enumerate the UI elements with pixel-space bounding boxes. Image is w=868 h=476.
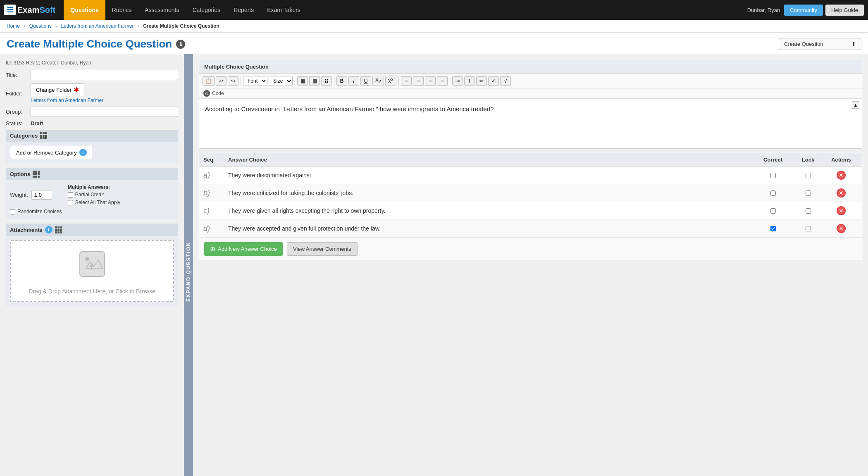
drop-zone[interactable]: Drag & Drop Attachment Here, or Click to…	[10, 240, 174, 302]
title-input[interactable]	[31, 70, 178, 80]
font-select[interactable]: Font	[243, 76, 267, 86]
breadcrumb-home[interactable]: Home	[7, 23, 20, 29]
size-select[interactable]: Size	[269, 76, 293, 86]
remove-btn-b[interactable]: ✕	[837, 188, 846, 198]
toolbar-table2-btn[interactable]: ▤	[309, 76, 320, 86]
add-remove-category-button[interactable]: Add or Remove Category i	[10, 146, 93, 159]
folder-area: Change Folder ✱ Letters from an American…	[31, 83, 103, 103]
toolbar-underline-btn[interactable]: U	[360, 76, 371, 86]
page-title: Create Multiple Choice Question	[7, 38, 172, 50]
nav-exam-takers[interactable]: Exam Takers	[260, 0, 307, 20]
toolbar-sep-5	[450, 76, 450, 86]
remove-btn-c[interactable]: ✕	[837, 206, 846, 215]
page-header: Create Multiple Choice Question ℹ Create…	[0, 33, 868, 54]
toolbar-copy-btn[interactable]: 📋	[203, 76, 215, 86]
multiple-answers-area: Multiple Answers: Partial Credit Select …	[68, 184, 120, 205]
nav-reports[interactable]: Reports	[227, 0, 260, 20]
weight-input[interactable]	[31, 190, 52, 200]
correct-checkbox-d[interactable]	[770, 226, 776, 231]
toolbar-ul-btn[interactable]: ≡	[401, 76, 412, 86]
toolbar-indent-btn[interactable]: ⇥	[452, 76, 463, 86]
seq-a: a)	[203, 171, 228, 180]
change-folder-button[interactable]: Change Folder ✱	[31, 83, 84, 96]
code-icon: ⊙	[203, 90, 210, 97]
partial-credit-checkbox[interactable]	[68, 192, 73, 198]
col-answer: Answer Choice	[228, 157, 754, 163]
community-button[interactable]: Community	[784, 5, 823, 16]
toolbar-check-btn[interactable]: ✓	[488, 76, 499, 86]
toolbar-sup-btn[interactable]: X2	[385, 76, 397, 86]
correct-checkbox-c[interactable]	[770, 208, 776, 214]
nav-rubrics[interactable]: Rubrics	[105, 0, 138, 20]
select-all-row[interactable]: Select All That Apply	[68, 200, 120, 205]
remove-btn-a[interactable]: ✕	[837, 171, 846, 180]
editor-scroll-btn[interactable]: ▲	[852, 101, 859, 109]
logo-box: ☰	[4, 5, 16, 15]
toolbar-omega-btn[interactable]: Ω	[321, 76, 332, 86]
answer-table-header: Seq Answer Choice Correct Lock Actions	[199, 153, 862, 167]
toolbar-sub-btn[interactable]: X2	[372, 76, 384, 86]
actions-b: ✕	[825, 188, 858, 198]
toolbar-sep-4	[398, 76, 399, 86]
answer-row-b: b) They were criticized for taking the c…	[199, 184, 862, 202]
nav-user: Dunbar, Ryan	[747, 7, 780, 13]
lock-checkbox-c[interactable]	[806, 208, 811, 214]
lock-checkbox-d[interactable]	[806, 226, 811, 231]
nav-categories[interactable]: Categories	[186, 0, 227, 20]
breadcrumb-folder[interactable]: Letters from an American Farmer	[61, 23, 134, 29]
answer-footer: ⊕ Add New Answer Choice View Answer Comm…	[199, 238, 862, 260]
toolbar-center-btn[interactable]: ≡	[425, 76, 436, 86]
toolbar-table-btn[interactable]: ▦	[297, 76, 308, 86]
expand-tab[interactable]: EXPAND QUESTION	[184, 54, 193, 476]
drop-text: Drag & Drop Attachment Here, or Click to…	[29, 288, 155, 295]
help-guide-button[interactable]: Help Guide	[825, 5, 864, 16]
create-question-dropdown[interactable]: Create Question ⬆	[779, 38, 861, 50]
attachments-grid-icon	[55, 226, 62, 233]
status-value: Draft	[31, 120, 43, 126]
col-seq: Seq	[203, 157, 228, 163]
title-label: Title:	[6, 72, 31, 78]
remove-btn-d[interactable]: ✕	[837, 224, 846, 233]
group-input[interactable]	[31, 107, 178, 117]
drop-zone-icon	[76, 248, 109, 286]
toolbar-left-btn[interactable]: ≡	[413, 76, 424, 86]
checkbox-group: Partial Credit Select All That Apply	[68, 192, 120, 205]
toolbar-right-btn[interactable]: ≡	[437, 76, 448, 86]
correct-checkbox-a[interactable]	[770, 173, 776, 178]
nav-assessments[interactable]: Assessments	[138, 0, 186, 20]
toolbar-italic-btn[interactable]: I	[348, 76, 359, 86]
editor-toolbar: 📋 ↩ ↪ Font Size ▦ ▤ Ω B I U X2 X2	[199, 74, 862, 88]
toolbar-erase-btn[interactable]: ✏	[476, 76, 487, 86]
dropdown-arrow-icon: ⬆	[851, 41, 856, 47]
main-layout: ID: 3153 Rev 2; Creator: Dunbar, Ryan Ti…	[0, 54, 868, 476]
seq-b: b)	[203, 189, 228, 198]
randomize-checkbox[interactable]	[10, 209, 15, 214]
toolbar-bold-btn[interactable]: B	[336, 76, 347, 86]
toolbar-color-btn[interactable]: T	[464, 76, 475, 86]
text-d: They were accepted and given full protec…	[228, 225, 754, 232]
text-a: They were discriminated against.	[228, 172, 754, 178]
select-all-checkbox[interactable]	[68, 200, 73, 205]
nav-questions[interactable]: Questions	[64, 0, 105, 20]
toolbar-formula-btn[interactable]: √	[500, 76, 511, 86]
categories-grid-icon	[40, 132, 47, 139]
left-panel: ID: 3153 Rev 2; Creator: Dunbar, Ryan Ti…	[0, 54, 184, 476]
breadcrumb-questions[interactable]: Questions	[29, 23, 52, 29]
lock-checkbox-b[interactable]	[806, 190, 811, 196]
toolbar-redo-btn[interactable]: ↪	[228, 76, 238, 86]
status-label: Status:	[6, 120, 31, 126]
add-answer-button[interactable]: ⊕ Add New Answer Choice	[204, 242, 283, 256]
editor-content[interactable]: ▲ According to Crevecoeur in “Letters fr…	[199, 99, 862, 148]
category-info-icon: i	[79, 149, 87, 156]
randomize-row[interactable]: Randomize Choices	[10, 209, 174, 214]
toolbar-undo-btn[interactable]: ↩	[216, 76, 227, 86]
correct-checkbox-b[interactable]	[770, 190, 776, 196]
lock-d	[792, 226, 825, 231]
seq-c: c)	[203, 207, 228, 215]
lock-checkbox-a[interactable]	[806, 173, 811, 178]
col-correct: Correct	[754, 157, 792, 163]
page-info-icon[interactable]: ℹ	[176, 40, 185, 49]
view-comments-button[interactable]: View Answer Comments	[287, 242, 358, 256]
partial-credit-row[interactable]: Partial Credit	[68, 192, 120, 198]
folder-link[interactable]: Letters from an American Farmer	[31, 98, 103, 103]
